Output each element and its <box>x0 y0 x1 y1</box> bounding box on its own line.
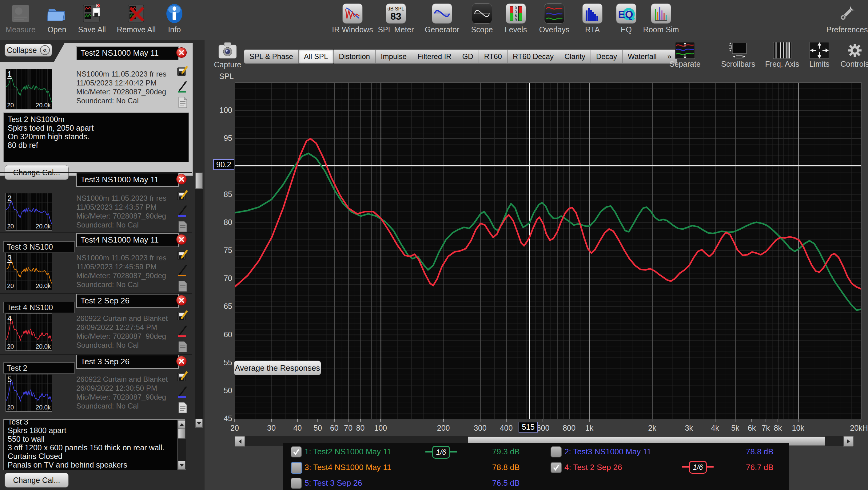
tab-rt60[interactable]: RT60 <box>479 50 507 64</box>
delete-measurement-button[interactable] <box>176 295 187 305</box>
trace-visible-checkbox[interactable] <box>551 446 562 457</box>
svg-text:0: 0 <box>515 6 517 10</box>
spl-meter-button[interactable]: dB SPL83 SPL Meter <box>373 2 419 34</box>
trace-visible-checkbox[interactable] <box>291 462 302 474</box>
save-measurement-icon[interactable] <box>177 66 189 77</box>
measurement-title-input[interactable]: Test 2 Sep 26 <box>76 294 179 308</box>
measurement-list-scrollbar[interactable] <box>195 172 203 428</box>
y-tick-label: 60 <box>211 330 232 339</box>
x-tick-label: 7k <box>762 424 770 432</box>
trace-visible-checkbox[interactable] <box>291 478 302 489</box>
smoothing-badge[interactable]: 1/6 <box>689 461 707 474</box>
legend-trace-label[interactable]: 3: Test4 NS1000 May 11 <box>305 463 391 472</box>
delete-measurement-button[interactable] <box>176 234 187 245</box>
smoothing-badge[interactable]: 1/6 <box>432 446 450 459</box>
x-tick-label: 80 <box>356 424 365 432</box>
svg-text:3: 3 <box>515 10 517 14</box>
tab-distortion[interactable]: Distortion <box>334 50 376 64</box>
tab-impulse[interactable]: Impulse <box>376 50 412 64</box>
delete-measurement-button[interactable] <box>176 356 187 366</box>
trace-test2-ns1000-may-11[interactable] <box>235 153 861 311</box>
notes-scrollbar[interactable] <box>178 420 186 470</box>
tab-waterfall[interactable]: Waterfall <box>623 50 662 64</box>
x-tick-label: 300 <box>474 424 487 432</box>
scroll-left-icon[interactable] <box>235 436 245 447</box>
y-tick-label: 75 <box>211 246 232 255</box>
y-axis-title: SPL <box>215 72 234 81</box>
save-all-icon <box>82 2 102 25</box>
notes-doc-icon[interactable] <box>177 280 189 292</box>
legend-trace-label[interactable]: 5: Test 3 Sep 26 <box>305 478 362 488</box>
measure-icon <box>11 2 30 25</box>
measurement-thumbnail[interactable]: 5 20 20.0k <box>5 374 52 412</box>
info-button[interactable]: Info <box>151 2 197 34</box>
measurement-title-input[interactable]: Test4 NS1000 May 11 <box>76 233 179 247</box>
ir-windows-button[interactable]: IR Windows <box>330 2 376 34</box>
tab-gd[interactable]: GD <box>457 50 479 64</box>
x-tick-label: 1k <box>585 424 593 432</box>
edit-trace-pen-icon[interactable] <box>177 205 189 217</box>
x-tick-label: 800 <box>563 424 576 432</box>
separate-traces-button[interactable]: Separate <box>659 42 711 69</box>
tab-all-spl[interactable]: All SPL <box>299 50 334 64</box>
scroll-down-icon[interactable] <box>178 461 185 469</box>
graph-controls-button[interactable]: Controls <box>829 42 868 69</box>
preferences-wrench-icon <box>837 2 857 25</box>
average-responses-button[interactable]: Average the Responses <box>234 361 321 375</box>
generator-icon <box>432 2 452 25</box>
x-tick-mark <box>297 419 298 422</box>
edit-trace-pen-icon[interactable] <box>177 81 189 93</box>
notes-doc-icon[interactable] <box>177 341 189 353</box>
measurement-thumbnail[interactable]: 1 20 20.0k <box>5 69 52 109</box>
preferences-button[interactable]: Preferences <box>824 2 868 34</box>
trace-level-value: 78.8 dB <box>492 463 520 472</box>
edit-trace-pen-icon[interactable] <box>177 386 189 398</box>
delete-measurement-button[interactable] <box>176 174 187 185</box>
save-measurement-icon[interactable] <box>177 310 189 322</box>
measurement-title-input[interactable]: Test 3 Sep 26 <box>76 355 179 369</box>
tab-spl-phase[interactable]: SPL & Phase <box>244 50 299 64</box>
scroll-right-icon[interactable] <box>843 436 853 447</box>
measurement-notes[interactable]: Test 3 Spkrs 1800 apart550 to wall 3 off… <box>3 419 185 470</box>
collapse-sidebar-button[interactable]: Collapse « <box>5 44 52 57</box>
trace-visible-checkbox[interactable] <box>291 446 302 457</box>
open-folder-icon <box>47 2 67 25</box>
x-tick-mark <box>751 419 752 422</box>
notes-doc-icon[interactable] <box>177 402 189 414</box>
camera-icon <box>218 42 237 60</box>
room-sim-button[interactable]: Room Sim <box>638 2 684 34</box>
measurement-thumbnail[interactable]: 2 20 20.0k <box>5 193 52 231</box>
spl-plot[interactable] <box>235 83 862 419</box>
generator-button[interactable]: Generator <box>419 2 465 34</box>
tab-rt60-decay[interactable]: RT60 Decay <box>507 50 559 64</box>
scroll-up-icon[interactable] <box>178 420 185 429</box>
tab-decay[interactable]: Decay <box>591 50 623 64</box>
legend-trace-label[interactable]: 2: Test3 NS1000 May 11 <box>564 447 651 457</box>
freq-axis-icon <box>773 42 792 59</box>
trace-visible-checkbox[interactable] <box>551 462 562 473</box>
scroll-down-icon[interactable] <box>195 419 203 428</box>
measurement-notes[interactable]: Test 2 NS1000mSpkrs toed in, 2050 apart … <box>3 112 189 162</box>
measurement-thumbnail[interactable]: 4 20 20.0k <box>5 313 52 351</box>
measurement-thumbnail[interactable]: 3 20 20.0k <box>5 253 52 290</box>
save-measurement-icon[interactable] <box>177 190 189 202</box>
tab-filtered-ir[interactable]: Filtered IR <box>412 50 457 64</box>
tab-clarity[interactable]: Clarity <box>559 50 591 64</box>
change-cal-button[interactable]: Change Cal... <box>5 473 69 488</box>
save-measurement-icon[interactable] <box>177 371 189 383</box>
legend-trace-label[interactable]: 4: Test 2 Sep 26 <box>564 463 622 472</box>
notes-doc-icon[interactable] <box>177 97 189 108</box>
save-measurement-icon[interactable] <box>177 250 189 261</box>
capture-button[interactable]: Capture <box>214 42 242 69</box>
legend-trace-label[interactable]: 1: Test2 NS1000 May 11 <box>305 447 391 457</box>
delete-measurement-button[interactable] <box>176 47 187 58</box>
save-all-button[interactable]: Save All <box>69 2 115 34</box>
measurement-title-input[interactable]: Test3 NS1000 May 11 <box>76 173 179 187</box>
edit-trace-pen-icon[interactable] <box>177 326 189 337</box>
measurement-info: 260922 Curtain and Blanket26/09/2022 12:… <box>76 314 178 350</box>
edit-trace-pen-icon[interactable] <box>177 265 189 277</box>
measurement-title-input[interactable]: Test2 NS1000 May 11 <box>76 46 179 60</box>
top-toolbar: Measure Open Save All Remove All Info IR… <box>0 0 868 40</box>
x-tick-label: 400 <box>500 424 513 432</box>
notes-doc-icon[interactable] <box>177 221 189 232</box>
